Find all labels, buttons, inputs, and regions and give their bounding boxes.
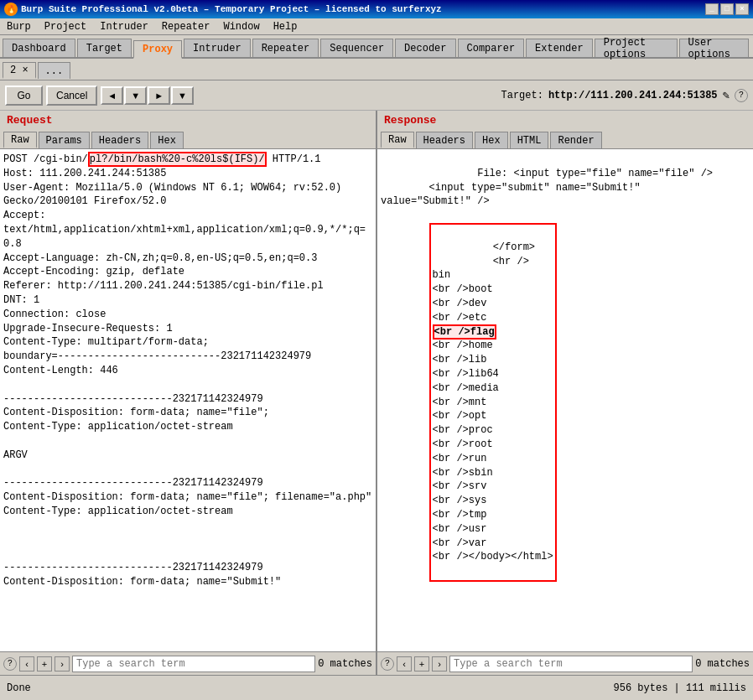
request-search-matches: 0 matches [318,658,372,670]
maximize-button[interactable]: □ [720,3,734,15]
response-search-input[interactable] [449,656,693,672]
main-tab-bar: Dashboard Target Proxy Intruder Repeater… [0,35,753,59]
menu-project[interactable]: Project [41,21,90,33]
target-url: http://111.200.241.244:51385 [548,90,718,101]
flag-highlight: <br />flag [433,324,496,340]
response-search-prev[interactable]: ‹ [397,656,412,671]
status-left: Done [7,682,31,694]
response-tab-headers[interactable]: Headers [416,132,473,148]
request-line-prefix: POST /cgi-bin/ [3,153,88,165]
tab-comparer[interactable]: Comparer [458,39,525,57]
menu-bar: Burp Project Intruder Repeater Window He… [0,18,753,35]
request-header: Request [0,111,376,130]
content-area: Request Raw Params Headers Hex POST /cgi… [0,111,753,675]
request-line-suffix: HTTP/1.1 [267,153,321,165]
response-file-label: File: <input type="file" name="file" /> … [381,168,713,208]
response-search-add[interactable]: + [414,656,429,671]
go-button[interactable]: Go [5,86,43,106]
tab-target[interactable]: Target [77,39,132,57]
toolbar: Go Cancel ◄ ▼ ► ▼ Target: http://111.200… [0,80,753,111]
request-panel: Request Raw Params Headers Hex POST /cgi… [0,111,377,675]
response-content[interactable]: File: <input type="file" name="file" /> … [377,149,753,651]
title-bar: 🔥 Burp Suite Professional v2.0beta – Tem… [0,0,753,18]
response-body: File: <input type="file" name="file" /> … [381,153,750,596]
menu-intruder[interactable]: Intruder [96,21,152,33]
request-search-help[interactable]: ? [3,657,17,671]
close-button[interactable]: × [735,3,749,15]
target-info: Target: http://111.200.241.244:51385 ✎ ? [501,88,749,102]
tab-dashboard[interactable]: Dashboard [3,39,75,57]
response-search-help[interactable]: ? [381,657,394,671]
request-search-add[interactable]: + [37,656,52,671]
window-title: Burp Suite Professional v2.0beta – Tempo… [21,4,442,14]
app-icon: 🔥 [4,3,18,16]
target-label: Target: [501,90,543,101]
response-panel: Response Raw Headers Hex HTML Render Fil… [377,111,753,675]
menu-repeater[interactable]: Repeater [158,21,214,33]
request-tab-raw[interactable]: Raw [3,132,37,148]
request-highlight: pl?/bin/bash%20-c%20ls$(IFS)/ [88,152,267,167]
request-search-next[interactable]: › [55,656,70,671]
request-search-input[interactable] [72,656,315,672]
sub-tab-2[interactable]: 2 × [3,62,36,79]
response-inner-tabs: Raw Headers Hex HTML Render [377,130,753,149]
request-tab-hex[interactable]: Hex [150,132,184,148]
edit-target-icon[interactable]: ✎ [723,88,730,102]
request-inner-tabs: Raw Params Headers Hex [0,130,376,149]
response-tab-render[interactable]: Render [550,132,601,148]
response-highlighted-block: </form> <hr /> bin <br />boot <br />dev … [429,223,557,582]
request-tab-headers[interactable]: Headers [91,132,148,148]
forward-dropdown-button[interactable]: ▼ [171,86,194,105]
menu-window[interactable]: Window [220,21,262,33]
tab-decoder[interactable]: Decoder [395,39,455,57]
forward-button[interactable]: ► [148,86,170,105]
menu-help[interactable]: Help [270,21,301,33]
response-tab-html[interactable]: HTML [510,132,549,148]
response-search-matches: 0 matches [695,658,750,670]
help-icon[interactable]: ? [735,89,748,102]
nav-buttons: ◄ ▼ ► ▼ [101,86,194,105]
request-search-prev[interactable]: ‹ [19,656,34,671]
minimize-button[interactable]: _ [705,3,719,15]
tab-project-options[interactable]: Project options [595,39,678,57]
status-right: 956 bytes | 111 millis [614,682,746,694]
response-search-bar: ? ‹ + › 0 matches [377,651,753,675]
response-tab-raw[interactable]: Raw [381,132,414,148]
back-button[interactable]: ◄ [101,86,123,105]
response-header: Response [377,111,753,130]
sub-tab-more[interactable]: ... [38,62,71,79]
tab-sequencer[interactable]: Sequencer [320,39,393,57]
request-body: POST /cgi-bin/pl?/bin/bash%20-c%20ls$(IF… [3,153,372,589]
response-tab-hex[interactable]: Hex [475,132,508,148]
request-tab-params[interactable]: Params [39,132,90,148]
back-dropdown-button[interactable]: ▼ [124,86,147,105]
tab-repeater[interactable]: Repeater [252,39,319,57]
sub-tab-row: 2 × ... [0,59,753,80]
menu-burp[interactable]: Burp [3,21,34,33]
tab-proxy[interactable]: Proxy [133,40,182,59]
status-bar: Done 956 bytes | 111 millis [0,675,753,700]
request-content[interactable]: POST /cgi-bin/pl?/bin/bash%20-c%20ls$(IF… [0,149,376,651]
request-search-bar: ? ‹ + › 0 matches [0,651,376,675]
cancel-button[interactable]: Cancel [46,86,97,106]
window-controls[interactable]: _ □ × [705,3,749,15]
tab-intruder[interactable]: Intruder [184,39,251,57]
tab-user-options[interactable]: User options [679,39,749,57]
response-search-next[interactable]: › [432,656,447,671]
tab-extender[interactable]: Extender [526,39,593,57]
